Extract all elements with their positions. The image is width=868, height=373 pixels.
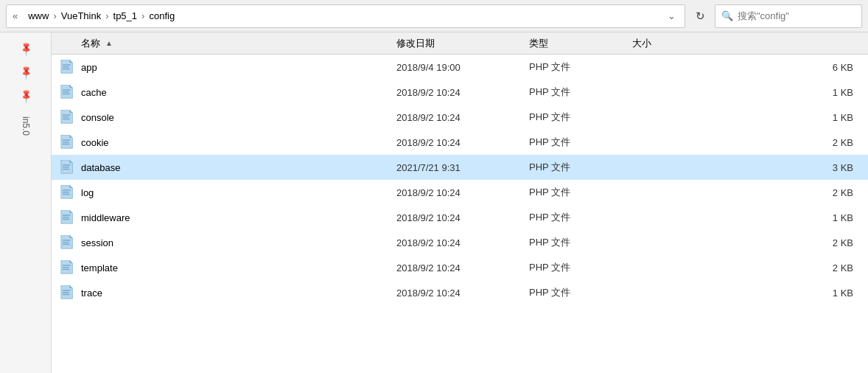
file-icon: [60, 60, 75, 74]
svg-rect-37: [63, 240, 71, 240]
svg-rect-2: [63, 64, 71, 65]
file-name-cell: session: [52, 235, 391, 250]
svg-rect-22: [63, 164, 71, 165]
svg-marker-1: [70, 60, 73, 63]
svg-rect-34: [63, 219, 70, 220]
table-row[interactable]: session 2018/9/2 10:24 PHP 文件 2 KB: [52, 230, 868, 255]
table-row[interactable]: cache 2018/9/2 10:24 PHP 文件 1 KB: [52, 80, 868, 105]
file-name-cell: console: [52, 110, 391, 125]
file-icon: [60, 160, 75, 175]
sidebar-label: in5.0: [21, 116, 31, 136]
file-name-cell: trace: [52, 285, 391, 300]
svg-marker-46: [70, 285, 73, 288]
file-date: 2018/9/2 10:24: [391, 287, 523, 299]
svg-rect-13: [63, 116, 69, 117]
file-name-cell: cache: [52, 85, 391, 100]
svg-marker-11: [70, 110, 73, 113]
breadcrumb-container[interactable]: « www › VueThink › tp5_1 › config ⌄: [6, 4, 685, 28]
svg-rect-8: [63, 91, 69, 92]
svg-rect-38: [63, 242, 69, 243]
col-size-label: 大小: [632, 37, 651, 50]
search-icon: 🔍: [721, 10, 733, 21]
file-date: 2018/9/2 10:24: [391, 262, 523, 273]
svg-marker-26: [70, 185, 73, 188]
file-name: session: [81, 237, 113, 248]
breadcrumb-sep2: ›: [105, 10, 108, 21]
svg-marker-6: [70, 85, 73, 88]
file-type: PHP 文件: [523, 186, 626, 199]
file-name: database: [81, 162, 121, 173]
col-type-label: 类型: [529, 37, 548, 50]
breadcrumb-www[interactable]: www: [28, 10, 49, 21]
column-headers: 名称 ▲ 修改日期 类型 大小: [52, 32, 868, 55]
file-name: middleware: [81, 212, 130, 223]
svg-marker-21: [70, 160, 73, 163]
col-header-size[interactable]: 大小: [626, 32, 868, 54]
svg-marker-31: [70, 210, 73, 213]
svg-marker-36: [70, 235, 73, 238]
file-area: 名称 ▲ 修改日期 类型 大小 app 2018/9/4 19:00 PHP: [52, 32, 868, 373]
search-box: 🔍: [715, 4, 862, 28]
file-type: PHP 文件: [523, 111, 626, 124]
table-row[interactable]: app 2018/9/4 19:00 PHP 文件 6 KB: [52, 55, 868, 80]
table-row[interactable]: trace 2018/9/2 10:24 PHP 文件 1 KB: [52, 280, 868, 305]
sort-arrow-name: ▲: [105, 39, 113, 47]
file-name: trace: [81, 287, 102, 299]
breadcrumb-vuethink[interactable]: VueThink: [61, 10, 101, 21]
file-size: 6 KB: [626, 62, 868, 73]
table-row[interactable]: database 2021/7/21 9:31 PHP 文件 3 KB: [52, 155, 868, 180]
pin-button-3[interactable]: 📌: [11, 81, 41, 111]
breadcrumb-tp51[interactable]: tp5_1: [113, 10, 138, 21]
col-header-name[interactable]: 名称 ▲: [52, 32, 391, 54]
breadcrumb-dropdown-btn[interactable]: ⌄: [664, 9, 679, 24]
svg-marker-16: [70, 135, 73, 138]
file-date: 2018/9/2 10:24: [391, 237, 523, 248]
file-date: 2021/7/21 9:31: [391, 162, 523, 173]
file-type: PHP 文件: [523, 161, 626, 174]
svg-rect-49: [63, 294, 70, 295]
file-icon: [60, 85, 75, 100]
svg-rect-48: [63, 292, 69, 293]
svg-rect-12: [63, 114, 71, 115]
file-type: PHP 文件: [523, 211, 626, 224]
file-type: PHP 文件: [523, 286, 626, 299]
file-type: PHP 文件: [523, 136, 626, 149]
file-name-cell: middleware: [52, 210, 391, 225]
search-input[interactable]: [738, 10, 855, 21]
file-date: 2018/9/2 10:24: [391, 212, 523, 223]
table-row[interactable]: cookie 2018/9/2 10:24 PHP 文件 2 KB: [52, 130, 868, 155]
svg-rect-33: [63, 217, 69, 217]
table-row[interactable]: middleware 2018/9/2 10:24 PHP 文件 1 KB: [52, 205, 868, 230]
file-type: PHP 文件: [523, 86, 626, 99]
svg-rect-44: [63, 269, 70, 270]
breadcrumb-back[interactable]: «: [13, 10, 18, 21]
file-size: 1 KB: [626, 112, 868, 123]
file-size: 1 KB: [626, 287, 868, 299]
file-icon: [60, 260, 75, 275]
svg-rect-17: [63, 139, 71, 140]
refresh-button[interactable]: ↻: [688, 4, 712, 28]
file-icon: [60, 285, 75, 300]
table-row[interactable]: console 2018/9/2 10:24 PHP 文件 1 KB: [52, 105, 868, 130]
table-row[interactable]: template 2018/9/2 10:24 PHP 文件 2 KB: [52, 255, 868, 280]
file-size: 2 KB: [626, 187, 868, 198]
file-icon: [60, 110, 75, 125]
table-row[interactable]: log 2018/9/2 10:24 PHP 文件 2 KB: [52, 180, 868, 205]
address-bar: « www › VueThink › tp5_1 › config ⌄ ↻ 🔍: [0, 0, 868, 32]
svg-rect-28: [63, 192, 69, 192]
breadcrumb-sep3: ›: [141, 10, 144, 21]
file-name-cell: cookie: [52, 135, 391, 150]
breadcrumb-config[interactable]: config: [149, 10, 175, 21]
file-icon: [60, 135, 75, 150]
svg-rect-43: [63, 267, 69, 268]
svg-rect-19: [63, 144, 70, 144]
col-header-type[interactable]: 类型: [523, 32, 626, 54]
svg-rect-9: [63, 94, 70, 94]
file-name-cell: app: [52, 60, 391, 74]
file-date: 2018/9/2 10:24: [391, 112, 523, 123]
file-date: 2018/9/4 19:00: [391, 62, 523, 73]
col-name-label: 名称: [81, 37, 100, 50]
col-header-date[interactable]: 修改日期: [391, 32, 523, 54]
main-content: 📌 📌 📌 in5.0 名称 ▲ 修改日期 类型 大小: [0, 32, 868, 373]
file-name-cell: template: [52, 260, 391, 275]
